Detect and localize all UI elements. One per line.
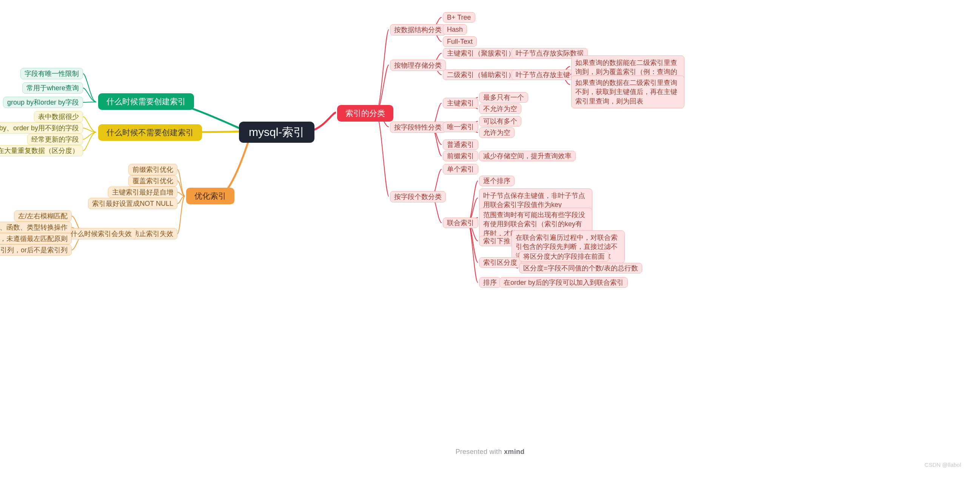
footer: Presented with xmind [0, 448, 980, 456]
red-ds-1[interactable]: Hash [443, 24, 467, 35]
yellow-item-2[interactable]: 经常更新的字段 [27, 134, 83, 145]
red-count-comp[interactable]: 联合索引 [443, 217, 478, 228]
red-disc-1[interactable]: 区分度=字段不同值的个数/表的总行数 [519, 263, 642, 273]
red-attr-uni-0[interactable]: 可以有多个 [479, 116, 521, 126]
red-disc-0[interactable]: 将区分度大的字段排在前面 [519, 251, 609, 262]
red-attr-prefix[interactable]: 前缀索引 [443, 151, 478, 161]
orange-item-1[interactable]: 覆盖索引优化 [128, 175, 177, 187]
yellow-item-3[interactable]: 字段存在大量重复数据（区分度） [0, 145, 83, 156]
red-pushdown-title[interactable]: 索引下推 [479, 236, 514, 246]
root-node[interactable]: mysql-索引 [239, 121, 315, 143]
red-attr-pk[interactable]: 主键索引 [443, 98, 478, 108]
red-attr-normal[interactable]: 普通索引 [443, 139, 478, 150]
yellow-item-0[interactable]: 表中数据很少 [34, 111, 83, 122]
red-phys-title[interactable]: 按物理存储分类 [390, 60, 446, 71]
green-branch[interactable]: 什么时候需要创建索引 [98, 93, 194, 110]
orange-fail-0[interactable]: 左/左右模糊匹配 [14, 211, 72, 222]
red-ds-0[interactable]: B+ Tree [443, 12, 475, 23]
red-sort-title[interactable]: 排序 [479, 277, 501, 288]
yellow-item-1[interactable]: where、group by、order by用不到的字段 [0, 122, 83, 134]
yellow-branch[interactable]: 什么时候不需要创建索引 [98, 124, 202, 141]
orange-branch[interactable]: 优化索引 [186, 188, 234, 204]
orange-item-2[interactable]: 主键索引最好是自增 [108, 187, 177, 198]
orange-fail-2[interactable]: 联合索引不正确使用，未遵循最左匹配原则 [0, 233, 72, 244]
red-attr-prefix-note[interactable]: 减少存储空间，提升查询效率 [479, 151, 576, 161]
orange-item-0[interactable]: 前缀索引优化 [128, 164, 177, 175]
red-phys-sec-note2-1[interactable]: 如果查询的数据在二级索引里查询不到，获取到主键值后，再在主键索引里查询，则为回表 [571, 75, 684, 108]
red-attr-uni-1[interactable]: 允许为空 [479, 127, 514, 138]
green-item-0[interactable]: 字段有唯一性限制 [21, 68, 83, 79]
orange-fail-1[interactable]: 对索引列做了计算、函数、类型转换操作 [0, 222, 72, 233]
red-count-single[interactable]: 单个索引 [443, 164, 478, 174]
red-branch[interactable]: 索引的分类 [337, 105, 393, 121]
watermark: CSDN @llabol [924, 461, 961, 468]
green-item-1[interactable]: 常用于where查询 [22, 82, 83, 94]
red-phys-sec[interactable]: 二级索引（辅助索引） [443, 70, 519, 80]
green-item-2[interactable]: group by和order by字段 [3, 97, 83, 108]
red-attr-uni[interactable]: 唯一索引 [443, 121, 478, 132]
red-ds-title[interactable]: 按数据结构分类 [390, 24, 446, 35]
footer-text: Presented with [455, 448, 504, 455]
red-sort-note[interactable]: 在order by后的字段可以加入到联合索引 [500, 277, 628, 288]
red-comp-0[interactable]: 逐个排序 [479, 175, 514, 186]
red-attr-title[interactable]: 按字段特性分类 [390, 121, 446, 133]
red-attr-pk-1[interactable]: 不允许为空 [479, 104, 521, 114]
red-ds-2[interactable]: Full-Text [443, 36, 477, 47]
orange-item-3[interactable]: 索引最好设置成NOT NULL [88, 198, 177, 209]
red-count-title[interactable]: 按字段个数分类 [390, 191, 446, 203]
red-attr-pk-0[interactable]: 最多只有一个 [479, 92, 528, 103]
orange-whenfail-node[interactable]: 什么时候索引会失效 [67, 228, 136, 239]
red-phys-pk[interactable]: 主键索引（聚簇索引） [443, 48, 519, 59]
red-phys-sec-note[interactable]: 叶子节点存放主键值 [512, 70, 581, 80]
footer-brand: xmind [504, 448, 525, 455]
red-disc-title[interactable]: 索引区分度 [479, 257, 521, 268]
orange-fail-3[interactable]: where子句中，or前是索引列，or后不是索引列 [0, 244, 72, 256]
